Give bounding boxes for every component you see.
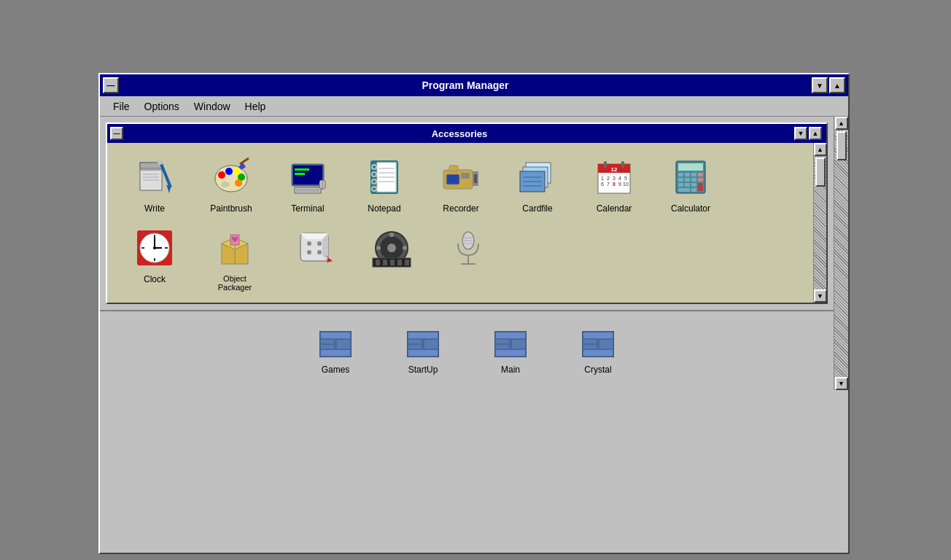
svg-rect-66 [678,173,683,176]
svg-rect-130 [408,350,438,356]
maximize-button[interactable]: ▲ [829,77,845,93]
accessories-window: — Accessories ▼ ▲ [106,122,828,304]
svg-rect-39 [461,173,470,179]
icon-paintbrush[interactable]: Paintbrush [195,150,268,217]
svg-point-99 [317,250,322,254]
svg-text:2: 2 [607,176,610,181]
dropdown-button[interactable]: ▼ [812,77,828,93]
accessories-title: Accessories [125,128,794,139]
svg-point-14 [235,179,242,187]
acc-dropdown-btn[interactable]: ▼ [794,127,807,140]
svg-point-15 [221,182,230,187]
terminal-label: Terminal [291,203,324,214]
main-scroll-down[interactable]: ▼ [835,377,848,390]
scroll-down-btn[interactable]: ▼ [814,289,827,303]
svg-rect-69 [698,173,703,176]
svg-rect-70 [678,178,683,182]
taskbar-crystal[interactable]: Crystal [565,323,631,378]
recorder-label: Recorder [443,203,478,214]
terminal-icon [284,154,331,201]
svg-rect-112 [397,260,402,265]
icon-write[interactable]: Write [118,150,191,217]
svg-text:10: 10 [623,182,629,187]
svg-rect-75 [685,183,690,187]
icon-object-packager[interactable]: ObjectPackager [195,221,275,295]
film-reel-icon [368,225,415,271]
svg-point-106 [376,246,381,250]
svg-rect-143 [599,340,613,349]
svg-rect-122 [321,340,334,343]
icon-dice[interactable] [279,221,352,295]
svg-line-16 [240,158,249,164]
svg-point-12 [233,168,241,175]
svg-point-10 [218,171,225,179]
scroll-up-btn[interactable]: ▲ [814,143,827,156]
inner-content: — Accessories ▼ ▲ [100,117,834,390]
main-scroll-thumb[interactable] [837,131,847,160]
games-icon [318,327,353,362]
content-area: — Accessories ▼ ▲ [100,117,848,390]
svg-rect-133 [496,332,525,338]
calendar-label: Calendar [597,203,632,214]
icon-calendar[interactable]: 12 1 2 3 4 5 6 [578,150,651,217]
taskbar-startup[interactable]: StartUp [390,323,456,378]
taskbar-main[interactable]: Main [478,323,543,378]
svg-rect-111 [390,260,395,265]
system-menu-button[interactable]: — [103,77,119,93]
accessories-scrollbar: ▲ ▼ [813,143,826,303]
svg-point-103 [387,244,396,252]
program-manager-window: — Program Manager ▼ ▲ File Options Windo… [98,73,850,554]
svg-rect-134 [496,340,509,343]
svg-rect-40 [449,166,458,171]
calculator-label: Calculator [671,203,710,214]
svg-point-98 [307,250,311,254]
menu-file[interactable]: File [106,99,137,114]
write-label: Write [144,203,165,214]
menu-window[interactable]: Window [187,99,238,114]
svg-rect-67 [685,173,690,176]
svg-text:1: 1 [601,176,604,181]
icon-film-reel[interactable] [355,221,428,295]
svg-point-104 [389,233,394,237]
games-label: Games [322,365,350,375]
svg-rect-68 [691,173,696,176]
object-packager-label: ObjectPackager [218,274,252,292]
acc-content: Write [107,143,826,303]
svg-text:6: 6 [601,182,604,187]
paintbrush-label: Paintbrush [210,203,252,214]
svg-rect-42 [474,174,477,183]
icon-calculator[interactable]: Calculator [654,150,727,217]
svg-rect-74 [678,183,683,187]
svg-rect-21 [295,173,305,175]
acc-system-menu[interactable]: — [110,127,123,140]
scroll-track[interactable] [814,156,826,289]
icon-terminal[interactable]: Terminal [271,150,344,217]
icon-microphone[interactable] [432,221,505,295]
main-scroll-up[interactable]: ▲ [835,117,848,130]
object-packager-icon [211,225,258,271]
icon-clock[interactable]: Clock [118,221,191,295]
main-scroll-track[interactable] [834,130,848,377]
taskbar-games[interactable]: Games [303,323,368,378]
main-label: Main [501,365,520,375]
paintbrush-icon [208,154,255,201]
calendar-icon: 12 1 2 3 4 5 6 [591,154,637,201]
microphone-icon [445,225,492,271]
calculator-icon [667,154,714,201]
icon-notepad[interactable]: Notepad [348,150,421,217]
menu-options[interactable]: Options [137,99,187,114]
icon-cardfile[interactable]: Cardfile [501,150,574,217]
menu-help[interactable]: Help [238,99,273,114]
write-icon [131,154,178,201]
acc-maximize-btn[interactable]: ▲ [809,127,822,140]
icon-recorder[interactable]: Recorder [424,150,497,217]
svg-text:12: 12 [611,166,618,173]
svg-rect-52 [604,161,607,168]
svg-point-107 [403,246,407,250]
svg-rect-76 [691,183,696,187]
title-bar: — Program Manager ▼ ▲ [100,74,848,96]
icons-area: Write [107,143,813,303]
svg-rect-125 [337,340,350,349]
svg-rect-123 [321,345,334,349]
scroll-thumb[interactable] [815,158,826,187]
